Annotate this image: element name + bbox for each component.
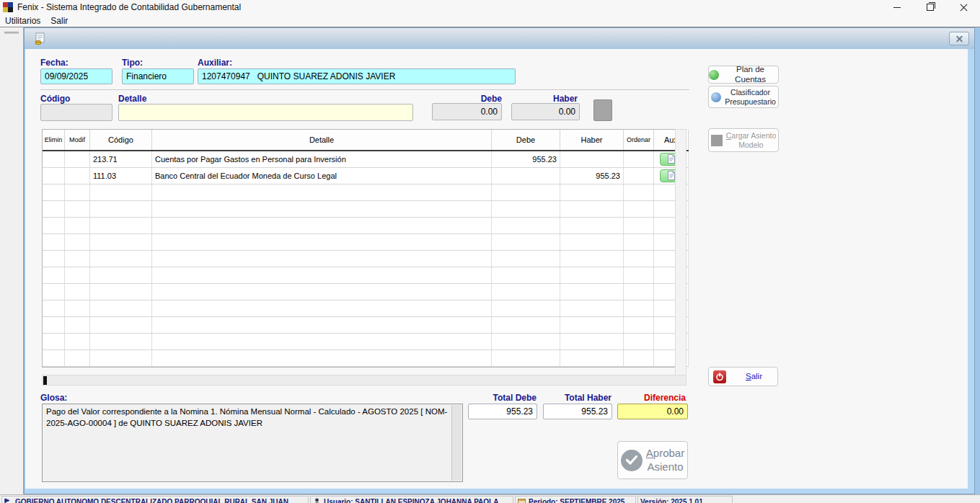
cell-detalle: Banco Central del Ecuador Moneda de Curs…	[152, 167, 492, 184]
cell-haber	[560, 333, 624, 350]
table-row[interactable]	[43, 217, 689, 233]
codigo-input[interactable]	[40, 104, 112, 121]
statusbar-periodo: Periodo: SEPTIEMBRE 2025	[515, 496, 636, 503]
cell-código	[90, 283, 152, 300]
glosa-label: Glosa:	[40, 393, 67, 403]
menu-salir[interactable]: Salir	[45, 14, 73, 27]
table-row[interactable]	[43, 250, 689, 267]
cell-detalle	[152, 350, 492, 366]
cell-elimin	[43, 233, 65, 250]
auxiliar-field[interactable]: 1207470947 QUINTO SUAREZ ADONIS JAVIER	[198, 68, 516, 84]
tipo-label: Tipo:	[122, 58, 143, 68]
power-icon	[713, 370, 726, 383]
column-header-2[interactable]: Código	[90, 130, 152, 151]
table-row[interactable]	[43, 316, 689, 333]
cell-debe	[492, 333, 560, 350]
column-header-3[interactable]: Detalle	[152, 130, 492, 151]
column-header-5[interactable]: Haber	[560, 130, 624, 151]
diferencia-field: 0.00	[617, 404, 688, 419]
hscroll-thumb[interactable]	[43, 376, 47, 385]
table-horizontal-scrollbar[interactable]	[42, 375, 687, 386]
glosa-textarea[interactable]: Pago del Valor correspondiente a la Nomi…	[42, 404, 463, 482]
cell-detalle	[152, 217, 492, 233]
cell-haber	[560, 250, 624, 267]
table-row[interactable]: 213.71Cuentas por Pagar Gastos en Person…	[43, 151, 689, 167]
cargar-asiento-modelo-button[interactable]: Cargar Asiento Modelo	[708, 128, 779, 152]
cell-debe: 955.23	[492, 151, 560, 167]
gray-square-icon	[711, 135, 723, 146]
cell-ordenar	[624, 316, 654, 333]
cell-modif	[65, 217, 90, 233]
cell-ordenar	[624, 267, 654, 283]
fecha-field[interactable]: 09/09/2025	[40, 68, 112, 84]
cell-debe	[492, 267, 560, 283]
cell-haber: 955.23	[560, 167, 624, 184]
cell-elimin	[43, 283, 65, 300]
cell-ordenar	[624, 250, 654, 267]
add-entry-button[interactable]	[593, 99, 612, 121]
close-button[interactable]	[947, 0, 980, 14]
plan-de-cuentas-label: Plan de Cuentas	[723, 65, 778, 84]
column-header-4[interactable]: Debe	[492, 130, 560, 151]
restore-button[interactable]	[914, 0, 947, 14]
cell-modif	[65, 184, 90, 200]
cell-elimin	[43, 316, 65, 333]
haber-input[interactable]: 0.00	[511, 103, 580, 120]
table-row[interactable]	[43, 283, 689, 300]
codigo-label: Código	[40, 94, 70, 104]
cell-detalle	[152, 333, 492, 350]
glosa-scrollbar[interactable]	[451, 405, 462, 481]
cell-debe	[492, 200, 560, 217]
table-row[interactable]	[43, 200, 689, 217]
cell-elimin	[43, 267, 65, 283]
restore-icon	[927, 4, 934, 11]
cell-debe	[492, 300, 560, 316]
cell-código	[90, 217, 152, 233]
cell-debe	[492, 217, 560, 233]
minimize-button[interactable]	[880, 0, 914, 14]
cell-modif	[65, 167, 90, 184]
total-haber-label: Total Haber	[539, 393, 612, 403]
cell-detalle	[152, 200, 492, 217]
cell-debe	[492, 350, 560, 366]
detalle-input[interactable]	[118, 104, 413, 121]
table-row[interactable]	[43, 350, 689, 366]
aux-doc-icon	[668, 171, 675, 180]
salir-button[interactable]: Salir	[708, 367, 778, 386]
aprobar-asiento-button[interactable]: Aprobar Asiento	[617, 441, 688, 479]
cell-detalle	[152, 300, 492, 316]
debe-input[interactable]: 0.00	[432, 103, 502, 120]
cell-código: 111.03	[90, 167, 152, 184]
entity-icon	[4, 498, 12, 503]
child-close-button[interactable]	[949, 32, 969, 45]
blue-sphere-icon	[711, 92, 721, 102]
column-header-0[interactable]: Elimin	[43, 130, 65, 151]
table-vertical-scrollbar[interactable]	[675, 129, 687, 375]
cell-ordenar	[624, 333, 654, 350]
cell-ordenar	[624, 151, 654, 167]
table-row[interactable]	[43, 233, 689, 250]
table-row[interactable]	[43, 300, 689, 316]
cell-modif	[65, 350, 90, 366]
cell-elimin	[43, 200, 65, 217]
table-row[interactable]	[43, 267, 689, 283]
menu-utilitarios[interactable]: Utilitarios	[0, 14, 45, 27]
cell-ordenar	[624, 184, 654, 200]
plan-de-cuentas-button[interactable]: Plan de Cuentas	[708, 66, 779, 84]
statusbar: GOBIERNO AUTONOMO DESCENTRALIZADO PARROQ…	[0, 494, 980, 503]
column-header-1[interactable]: Modif	[65, 130, 90, 151]
tipo-field[interactable]: Financiero	[122, 68, 194, 84]
window-title: Fenix - Sistema Integrado de Contabilida…	[17, 2, 880, 12]
cell-código	[90, 350, 152, 366]
table-row[interactable]	[43, 184, 689, 200]
cell-modif	[65, 233, 90, 250]
table-row[interactable]	[43, 333, 689, 350]
cell-ordenar	[624, 300, 654, 316]
child-titlebar	[25, 28, 974, 49]
cell-ordenar	[624, 283, 654, 300]
cell-elimin	[43, 217, 65, 233]
column-header-6[interactable]: Ordenar	[624, 130, 654, 151]
table-row[interactable]: 111.03Banco Central del Ecuador Moneda d…	[43, 167, 689, 184]
clasificador-presupuestario-button[interactable]: Clasificador Presupuestario	[708, 86, 779, 108]
toolbar-grip[interactable]	[4, 32, 19, 34]
